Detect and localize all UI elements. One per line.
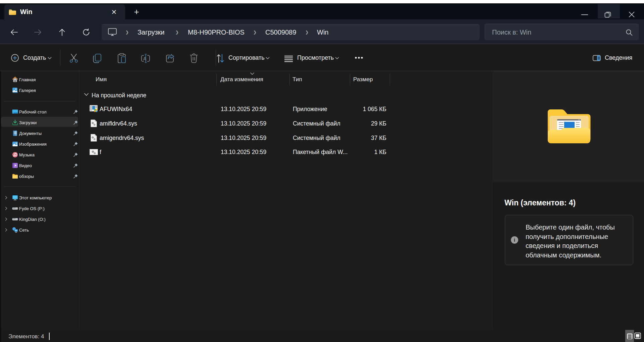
svg-text:A: A <box>143 56 147 61</box>
